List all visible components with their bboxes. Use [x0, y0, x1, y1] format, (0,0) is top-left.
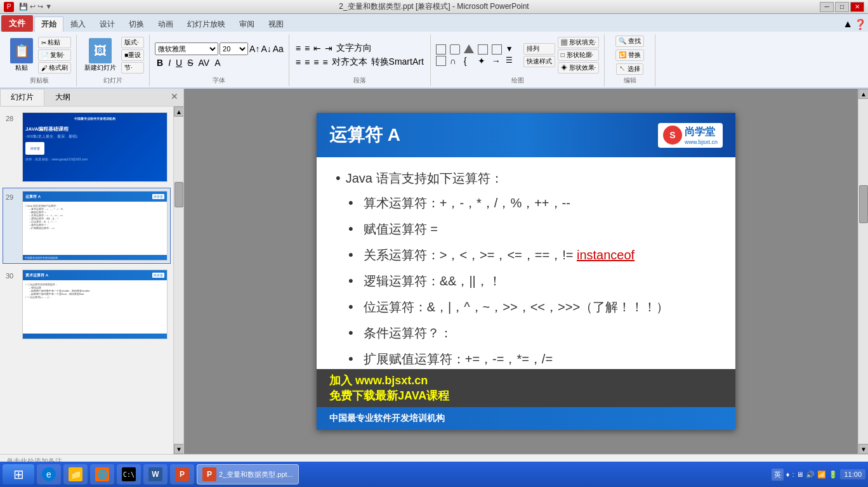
list-num-btn[interactable]: ≡	[303, 43, 311, 53]
shape-misc[interactable]: ☰	[506, 56, 518, 66]
slide-thumb-30[interactable]: 30 算术运算符 A 尚学堂 • 二元运算符支持类型提升： – 强化运算 – 如…	[3, 266, 171, 342]
canvas-scroll-thumb[interactable]	[859, 185, 868, 223]
slide-sub-text-4: 逻辑运算符：&&，||，！	[364, 273, 501, 290]
layout-btn[interactable]: 版式·	[121, 37, 144, 48]
outline-tab[interactable]: 大纲	[44, 89, 81, 106]
window-controls[interactable]: ─ □ ✕	[820, 2, 864, 12]
align-text-btn[interactable]: 对齐文本	[331, 56, 369, 68]
ime-indicator[interactable]: 英	[772, 469, 784, 481]
new-slide-btn[interactable]: 🖼 新建幻灯片	[82, 37, 119, 74]
format-painter-btn[interactable]: 🖌格式刷	[38, 62, 71, 74]
design-tab[interactable]: 设计	[93, 16, 122, 32]
align-right-btn[interactable]: ≡	[312, 57, 320, 67]
maximize-btn[interactable]: □	[835, 2, 849, 12]
taskbar-ppt[interactable]: P	[170, 464, 194, 484]
taskbar-ppt-active[interactable]: P 2_变量和数据类型.ppt...	[197, 464, 299, 484]
slideshow-tab[interactable]: 幻灯片放映	[180, 16, 232, 32]
smartart-btn[interactable]: 转换SmartArt	[370, 56, 425, 68]
paragraph-label: 段落	[353, 75, 366, 85]
title-bar: P 💾 ↩ ↪ ▼ 2_变量和数据类型.ppt [兼容模式] - Microso…	[0, 0, 868, 14]
start-btn[interactable]: ⊞	[3, 464, 34, 484]
slides-tab[interactable]: 幻灯片	[0, 89, 44, 106]
panel-scrollbar[interactable]: ▲ ▼	[173, 107, 183, 454]
minimize-btn[interactable]: ─	[820, 2, 834, 12]
shape-para[interactable]	[492, 44, 502, 55]
slide-sub-text-3: 关系运算符：>，<，>=，<=，==，!= instanceof	[364, 247, 635, 264]
find-btn[interactable]: 🔍 查找	[615, 36, 644, 47]
shape-line[interactable]	[436, 56, 446, 66]
panel-scroll-thumb[interactable]	[174, 182, 183, 207]
shape-fill-btn[interactable]: ▦ 形状填充·	[558, 37, 600, 48]
font-family-select[interactable]: 微软雅黑	[155, 42, 218, 55]
help-btn[interactable]: ❓	[854, 18, 867, 30]
italic-btn[interactable]: I	[166, 58, 173, 68]
shape-star[interactable]: ✦	[478, 56, 490, 66]
font-color-btn[interactable]: A	[213, 58, 222, 68]
increase-indent-btn[interactable]: ⇥	[324, 43, 334, 53]
review-tab[interactable]: 审阅	[232, 16, 261, 32]
taskbar-ie2[interactable]: 🌐	[90, 464, 114, 484]
ribbon-collapse[interactable]: ▲	[843, 18, 853, 30]
align-left-btn[interactable]: ≡	[294, 57, 302, 67]
align-center-btn[interactable]: ≡	[303, 57, 311, 67]
taskbar-explorer[interactable]: 📁	[63, 464, 88, 484]
replace-btn[interactable]: 🔁 替换	[615, 49, 644, 61]
tray-network[interactable]: 📶	[817, 471, 826, 479]
cut-btn[interactable]: ✂粘贴	[38, 37, 71, 48]
shape-rect[interactable]	[436, 44, 446, 55]
shape-arrow[interactable]: →	[492, 56, 504, 66]
file-tab[interactable]: 文件	[1, 15, 33, 32]
section-btn[interactable]: 节·	[121, 62, 144, 74]
list-bullet-btn[interactable]: ≡	[294, 43, 302, 53]
decrease-indent-btn[interactable]: ⇤	[312, 43, 322, 53]
slide-title: 运算符 A	[329, 123, 400, 147]
canvas-vscroll[interactable]: ▲ ▼	[858, 89, 868, 454]
slide-canvas[interactable]: 运算符 A S 尚学堂 www.bjsxt.cn Java 语言支持如下运算符：	[317, 113, 735, 430]
select-btn[interactable]: ↖ 选择	[616, 63, 643, 75]
text-direction-btn[interactable]: 文字方向	[335, 42, 373, 54]
paste-btn[interactable]: 📋 粘贴	[8, 37, 36, 74]
shape-round[interactable]	[450, 44, 460, 55]
reset-btn[interactable]: ■重设	[121, 49, 144, 61]
arrange-btn[interactable]: 排列	[523, 43, 555, 55]
shape-flow[interactable]: {	[464, 56, 477, 66]
animations-tab[interactable]: 动画	[151, 16, 180, 32]
home-tab[interactable]: 开始	[34, 16, 63, 32]
quick-styles-btn[interactable]: 快速样式	[523, 56, 555, 67]
insert-tab[interactable]: 插入	[63, 16, 93, 32]
close-btn[interactable]: ✕	[850, 2, 864, 12]
canvas-scroll-up[interactable]: ▲	[858, 89, 868, 99]
taskbar-cmd[interactable]: C:\	[117, 464, 141, 484]
font-grow-btn[interactable]: A↑	[249, 44, 260, 54]
justify-btn[interactable]: ≡	[321, 57, 329, 67]
slide-thumb-28[interactable]: 28 中国最专业软件开发培训机构 JAVA编程基础课程 -300集(史上最全、最…	[3, 109, 171, 185]
bold-btn[interactable]: B	[155, 58, 165, 68]
shape-more[interactable]: ▼	[506, 44, 518, 55]
strikethrough-btn[interactable]: S	[185, 58, 195, 68]
font-size-select[interactable]: 20	[220, 42, 248, 55]
panel-scroll-up[interactable]: ▲	[174, 107, 183, 117]
taskbar-ie[interactable]: e	[37, 464, 61, 484]
slide-thumb-29[interactable]: 29 运算符 A 尚学堂 • Java 语言支持如下运算符： – 算术运算符：+…	[3, 188, 171, 264]
underline-btn[interactable]: U	[174, 58, 184, 68]
taskbar-word[interactable]: W	[143, 464, 168, 484]
clear-format-btn[interactable]: Aa	[273, 44, 284, 54]
tray-volume[interactable]: 🔊	[806, 471, 815, 479]
tray-battery[interactable]: 🔋	[829, 471, 838, 479]
shape-triangle[interactable]	[464, 44, 474, 53]
shape-effects-btn[interactable]: ◈ 形状效果·	[558, 62, 600, 74]
transitions-tab[interactable]: 切换	[122, 16, 151, 32]
panel-scroll-down[interactable]: ▼	[174, 444, 183, 454]
char-spacing-btn[interactable]: AV	[197, 58, 212, 68]
canvas-scroll-down[interactable]: ▼	[858, 444, 868, 454]
shape-arc[interactable]: ∩	[450, 56, 463, 66]
font-row2: B I U S AV A	[155, 58, 222, 68]
panel-close-btn[interactable]: ✕	[166, 89, 183, 106]
shape-outline-btn[interactable]: □ 形状轮廓·	[558, 49, 600, 61]
tray-monitor[interactable]: 🖥	[796, 471, 803, 478]
copy-btn[interactable]: 📄复制·	[38, 49, 71, 61]
drawing-group: ▼ ∩ { ✦ → ☰ 排列 快速样式 ▦ 形状填充· □ 形状轮廓· ◈ 形状…	[431, 34, 605, 86]
view-tab[interactable]: 视图	[261, 16, 291, 32]
font-shrink-btn[interactable]: A↓	[261, 44, 271, 54]
shape-sq[interactable]	[478, 44, 488, 55]
